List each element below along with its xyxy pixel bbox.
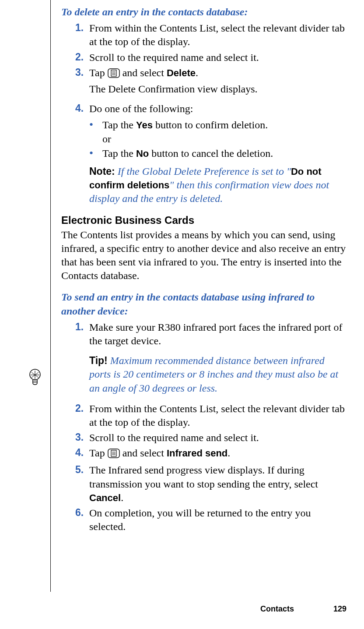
- bullet-item: Tap the No button to cancel the deletion…: [89, 147, 346, 160]
- step-number: 3.: [75, 66, 84, 79]
- tip-label: Tip!: [89, 355, 108, 366]
- lightbulb-icon: [28, 369, 42, 388]
- footer-page: 129: [333, 604, 346, 613]
- step-number: 2.: [75, 51, 84, 64]
- step-number: 1.: [75, 321, 84, 334]
- note-block: Note: If the Global Delete Preference is…: [89, 165, 346, 206]
- footer: Contacts129: [260, 604, 346, 614]
- note-body: If the Global Delete Preference is set t…: [118, 166, 291, 177]
- step-item: 3. Tap and select Delete. The Delete Con…: [61, 66, 346, 96]
- vertical-rule: [50, 0, 51, 592]
- step-text: Do one of the following:: [89, 103, 193, 114]
- send-steps-2: 2. From within the Contents List, select…: [61, 402, 346, 534]
- step-item: 3. Scroll to the required name and selec…: [61, 431, 346, 445]
- delete-options: Tap the Yes button to confirm deletion. …: [89, 118, 346, 160]
- step-number: 6.: [75, 506, 84, 519]
- ebc-heading: Electronic Business Cards: [61, 213, 346, 227]
- step-text: Tap and select Delete.: [89, 67, 198, 78]
- step-continuation: The Delete Confirmation view displays.: [89, 82, 346, 96]
- delete-heading: To delete an entry in the contacts datab…: [61, 5, 346, 19]
- step-item: 2. Scroll to the required name and selec…: [61, 51, 346, 64]
- menu-icon: [108, 68, 120, 81]
- page: To delete an entry in the contacts datab…: [0, 0, 364, 629]
- step-item: 1. Make sure your R380 infrared port fac…: [61, 321, 346, 395]
- note-label: Note:: [89, 166, 115, 177]
- step-item: 6. On completion, you will be returned t…: [61, 506, 346, 534]
- footer-section: Contacts: [260, 604, 294, 613]
- menu-icon: [108, 448, 120, 462]
- content-area: To delete an entry in the contacts datab…: [61, 0, 346, 534]
- step-number: 5.: [75, 463, 84, 477]
- step-number: 1.: [75, 21, 84, 35]
- step-number: 3.: [75, 431, 84, 444]
- send-heading: To send an entry in the contacts databas…: [61, 290, 346, 318]
- step-number: 2.: [75, 402, 84, 415]
- step-text: On completion, you will be returned to t…: [89, 507, 311, 532]
- tip-block: Tip! Maximum recommended distance betwee…: [89, 354, 346, 395]
- step-number: 4.: [75, 102, 84, 115]
- step-text: Scroll to the required name and select i…: [89, 52, 259, 63]
- step-item: 4. Tap and select Infrared send.: [61, 446, 346, 462]
- step-item: 2. From within the Contents List, select…: [61, 402, 346, 429]
- bullet-extra: or: [102, 132, 346, 146]
- step-item: 4. Do one of the following: Tap the Yes …: [61, 102, 346, 205]
- bullet-item: Tap the Yes button to confirm deletion. …: [89, 118, 346, 145]
- step-text: Tap and select Infrared send.: [89, 447, 230, 459]
- step-text: The Infrared send progress view displays…: [89, 464, 318, 503]
- delete-steps: 1. From within the Contents List, select…: [61, 21, 346, 205]
- ebc-paragraph: The Contents list provides a means by wh…: [61, 228, 346, 283]
- send-steps-1: 1. Make sure your R380 infrared port fac…: [61, 321, 346, 395]
- step-text: Make sure your R380 infrared port faces …: [89, 322, 342, 346]
- step-number: 4.: [75, 446, 84, 459]
- step-text: Scroll to the required name and select i…: [89, 432, 259, 443]
- step-item: 5. The Infrared send progress view displ…: [61, 463, 346, 505]
- step-text: From within the Contents List, select th…: [89, 403, 345, 428]
- step-item: 1. From within the Contents List, select…: [61, 21, 346, 49]
- tip-body: Maximum recommended distance between inf…: [89, 355, 338, 393]
- step-text: From within the Contents List, select th…: [89, 22, 345, 47]
